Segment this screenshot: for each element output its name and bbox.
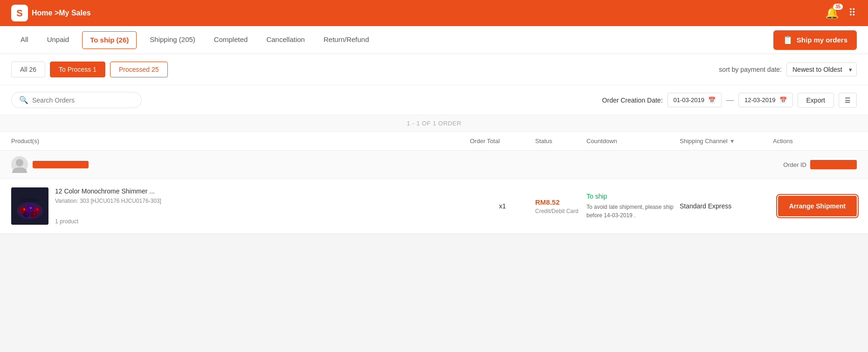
arrange-shipment-button[interactable]: Arrange Shipment <box>778 196 857 216</box>
logo: S <box>11 5 28 21</box>
order-header-row: Order ID <box>0 151 868 179</box>
col-header-products: Product(s) <box>11 138 470 145</box>
actions-col: Arrange Shipment <box>773 196 857 216</box>
header-left: S Home >My Sales <box>11 5 91 21</box>
date-from-input[interactable]: 01-03-2019 📅 <box>668 93 722 107</box>
tab-unpaid[interactable]: Unpaid <box>38 26 79 54</box>
svg-point-7 <box>30 212 37 217</box>
date-to-input[interactable]: 12-03-2019 📅 <box>738 93 793 107</box>
sort-select[interactable]: Newest to Oldest Oldest to Newest <box>786 62 857 76</box>
calendar-icon-2: 📅 <box>779 97 787 104</box>
date-dash: — <box>726 96 734 104</box>
status-col: To ship To avoid late shipment, please s… <box>586 193 680 220</box>
notification-bell[interactable]: 🔔 35 <box>825 7 839 20</box>
col-header-countdown: Countdown <box>586 138 680 145</box>
tabs-left: All Unpaid To ship (26) Shipping (205) C… <box>11 26 379 54</box>
col-header-status: Status <box>535 138 586 145</box>
menu-button[interactable]: ☰ <box>839 93 857 108</box>
notification-badge: 35 <box>833 4 843 10</box>
svg-point-9 <box>30 207 32 209</box>
svg-point-4 <box>26 205 34 212</box>
order-id-value <box>810 160 857 169</box>
avatar <box>11 156 28 173</box>
col-header-shipping-channel[interactable]: Shipping Channel ▼ <box>680 138 773 145</box>
order-section: Order ID <box>0 151 868 234</box>
col-header-actions: Actions <box>773 138 857 145</box>
tab-cancellation[interactable]: Cancellation <box>257 26 314 54</box>
tab-to-ship[interactable]: To ship (26) <box>82 31 137 49</box>
product-details: 12 Color Monochrome Shimmer ... Variatio… <box>55 187 470 225</box>
tab-return-refund[interactable]: Return/Refund <box>314 26 379 54</box>
order-price-col: RM8.52 Credit/Debit Card <box>535 198 586 214</box>
sub-tab-all[interactable]: All 26 <box>11 62 45 77</box>
order-total-col: x1 <box>470 202 535 210</box>
apps-grid-icon[interactable]: ⠿ <box>848 7 857 19</box>
date-label: Order Creation Date: <box>602 97 663 104</box>
order-id-section: Order ID <box>773 160 857 169</box>
order-qty: x1 <box>470 202 535 210</box>
search-box: 🔍 <box>11 92 142 108</box>
product-count: 1 product <box>55 218 470 225</box>
date-from-value: 01-03-2019 <box>674 97 705 104</box>
tabs-bar: All Unpaid To ship (26) Shipping (205) C… <box>0 26 868 54</box>
orders-count-text: 1 - 1 OF 1 ORDER <box>406 120 461 127</box>
sort-label: sort by payment date: <box>719 66 782 73</box>
main-container: All Unpaid To ship (26) Shipping (205) C… <box>0 26 868 234</box>
status-countdown: To avoid late shipment, please ship befo… <box>586 203 680 220</box>
user-info <box>11 156 470 173</box>
svg-point-11 <box>27 214 28 215</box>
tab-shipping[interactable]: Shipping (205) <box>140 26 205 54</box>
sort-wrapper: Newest to Oldest Oldest to Newest <box>786 62 857 76</box>
ship-orders-icon: 📋 <box>783 35 793 45</box>
sub-tab-to-process[interactable]: To Process 1 <box>50 62 105 77</box>
calendar-icon: 📅 <box>708 97 716 104</box>
filters-right: Order Creation Date: 01-03-2019 📅 — 12-0… <box>602 93 857 108</box>
svg-point-0 <box>16 159 23 166</box>
product-name: 12 Color Monochrome Shimmer ... <box>55 187 470 195</box>
status-label: To ship <box>586 193 680 200</box>
breadcrumb: Home >My Sales <box>32 9 91 17</box>
search-input[interactable] <box>32 97 134 104</box>
tab-completed[interactable]: Completed <box>205 26 257 54</box>
orders-count-bar: 1 - 1 OF 1 ORDER <box>0 115 868 132</box>
export-button[interactable]: Export <box>798 93 834 108</box>
header: S Home >My Sales 🔔 35 ⠿ <box>0 0 868 26</box>
product-thumbnail <box>11 187 48 225</box>
ship-orders-button[interactable]: 📋 Ship my orders <box>773 30 857 50</box>
product-row: 12 Color Monochrome Shimmer ... Variatio… <box>0 179 868 234</box>
svg-point-6 <box>23 212 29 217</box>
sub-tabs-left: All 26 To Process 1 Processed 25 <box>11 62 168 77</box>
header-right: 🔔 35 ⠿ <box>825 7 857 20</box>
date-to-value: 12-03-2019 <box>744 97 776 104</box>
sub-tabs-bar: All 26 To Process 1 Processed 25 sort by… <box>0 54 868 85</box>
sub-tabs-right: sort by payment date: Newest to Oldest O… <box>719 62 857 76</box>
username-bar <box>33 161 89 168</box>
svg-point-12 <box>34 214 35 215</box>
chevron-down-icon: ▼ <box>730 138 735 145</box>
search-icon: 🔍 <box>19 96 28 104</box>
sub-tab-processed[interactable]: Processed 25 <box>110 62 168 77</box>
tab-all[interactable]: All <box>11 26 38 54</box>
product-info: 12 Color Monochrome Shimmer ... Variatio… <box>11 187 470 225</box>
svg-point-10 <box>36 208 38 210</box>
svg-point-8 <box>23 208 25 210</box>
shipping-channel-col: Standard Express <box>680 202 773 210</box>
table-header: Product(s) Order Total Status Countdown … <box>0 132 868 151</box>
order-total-price: RM8.52 <box>535 198 586 206</box>
menu-icon: ☰ <box>845 97 851 104</box>
order-id-label: Order ID <box>783 161 806 168</box>
order-payment-method: Credit/Debit Card <box>535 208 586 214</box>
col-header-order-total: Order Total <box>470 138 535 145</box>
product-variation: Variation: 303 [HJCU0176 HJCU0176-303] <box>55 198 470 204</box>
filters-bar: 🔍 Order Creation Date: 01-03-2019 📅 — 12… <box>0 85 868 115</box>
